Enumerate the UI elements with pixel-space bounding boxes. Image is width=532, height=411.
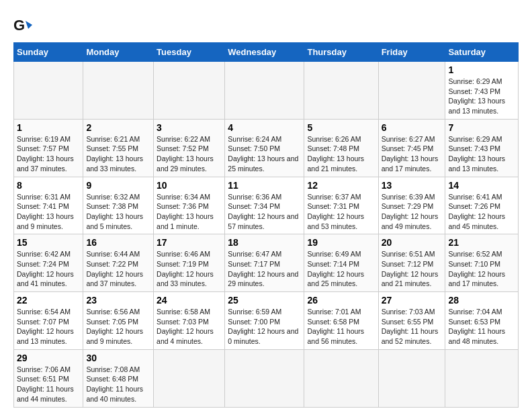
day-info: Sunrise: 6:27 AMSunset: 7:45 PMDaylight:… [382,134,443,174]
header-monday: Monday [83,43,154,62]
day-number: 28 [448,295,515,306]
calendar-cell: 1Sunrise: 6:19 AMSunset: 7:57 PMDaylight… [14,119,83,177]
day-info: Sunrise: 6:56 AMSunset: 7:05 PMDaylight:… [86,307,150,347]
calendar-cell: 27Sunrise: 7:03 AMSunset: 6:55 PMDayligh… [378,292,445,350]
calendar-cell: 17Sunrise: 6:46 AMSunset: 7:19 PMDayligh… [154,234,225,292]
day-info: Sunrise: 6:39 AMSunset: 7:29 PMDaylight:… [382,192,443,232]
calendar-cell: 1Sunrise: 6:29 AMSunset: 7:43 PMDaylight… [445,62,519,120]
day-number: 13 [382,180,443,191]
calendar-cell [83,62,154,120]
day-number: 7 [448,122,515,133]
header: G [13,13,519,36]
calendar-cell: 5Sunrise: 6:26 AMSunset: 7:48 PMDaylight… [304,119,378,177]
day-info: Sunrise: 6:29 AMSunset: 7:43 PMDaylight:… [448,134,515,174]
day-info: Sunrise: 7:06 AMSunset: 6:51 PMDaylight:… [17,365,80,404]
day-info: Sunrise: 7:01 AMSunset: 6:58 PMDaylight:… [307,307,375,347]
calendar-week-0: 1Sunrise: 6:29 AMSunset: 7:43 PMDaylight… [14,62,519,120]
header-tuesday: Tuesday [154,43,225,62]
calendar-table: SundayMondayTuesdayWednesdayThursdayFrid… [13,42,519,408]
day-number: 10 [157,180,222,191]
day-info: Sunrise: 6:37 AMSunset: 7:31 PMDaylight:… [307,192,375,232]
calendar-cell: 24Sunrise: 6:58 AMSunset: 7:03 PMDayligh… [154,292,225,350]
day-number: 16 [86,237,150,248]
day-info: Sunrise: 6:29 AMSunset: 7:43 PMDaylight:… [448,77,515,116]
calendar-cell: 2Sunrise: 6:21 AMSunset: 7:55 PMDaylight… [83,119,154,177]
day-number: 26 [307,295,375,306]
day-number: 19 [307,237,375,248]
svg-text:G: G [13,17,25,34]
day-number: 8 [17,180,80,191]
day-number: 3 [157,122,222,133]
day-number: 15 [17,237,80,248]
calendar-cell [445,349,519,407]
calendar-cell: 6Sunrise: 6:27 AMSunset: 7:45 PMDaylight… [378,119,445,177]
day-info: Sunrise: 6:41 AMSunset: 7:26 PMDaylight:… [448,192,515,232]
calendar-cell [378,62,445,120]
day-info: Sunrise: 7:08 AMSunset: 6:48 PMDaylight:… [86,365,150,404]
calendar-week-5: 29Sunrise: 7:06 AMSunset: 6:51 PMDayligh… [14,349,519,407]
calendar-cell [225,62,304,120]
header-friday: Friday [378,43,445,62]
day-number: 29 [17,353,80,363]
calendar-cell: 30Sunrise: 7:08 AMSunset: 6:48 PMDayligh… [83,349,154,407]
day-number: 30 [86,353,150,363]
calendar-cell [304,349,378,407]
day-number: 6 [382,122,443,133]
day-number: 27 [382,295,443,306]
day-info: Sunrise: 6:32 AMSunset: 7:38 PMDaylight:… [86,192,150,232]
day-info: Sunrise: 6:31 AMSunset: 7:41 PMDaylight:… [17,192,80,232]
day-info: Sunrise: 6:44 AMSunset: 7:22 PMDaylight:… [86,249,150,289]
svg-marker-1 [26,21,32,29]
day-number: 5 [307,122,375,133]
day-number: 20 [382,237,443,248]
day-info: Sunrise: 6:26 AMSunset: 7:48 PMDaylight:… [307,134,375,174]
calendar-week-3: 15Sunrise: 6:42 AMSunset: 7:24 PMDayligh… [14,234,519,292]
logo: G [13,17,35,36]
calendar-cell: 25Sunrise: 6:59 AMSunset: 7:00 PMDayligh… [225,292,304,350]
day-info: Sunrise: 6:42 AMSunset: 7:24 PMDaylight:… [17,249,80,289]
calendar-cell [154,62,225,120]
header-sunday: Sunday [14,43,83,62]
calendar-cell: 16Sunrise: 6:44 AMSunset: 7:22 PMDayligh… [83,234,154,292]
calendar-cell: 29Sunrise: 7:06 AMSunset: 6:51 PMDayligh… [14,349,83,407]
day-info: Sunrise: 6:46 AMSunset: 7:19 PMDaylight:… [157,249,222,289]
calendar-cell: 4Sunrise: 6:24 AMSunset: 7:50 PMDaylight… [225,119,304,177]
day-info: Sunrise: 6:19 AMSunset: 7:57 PMDaylight:… [17,134,80,174]
day-info: Sunrise: 6:21 AMSunset: 7:55 PMDaylight:… [86,134,150,174]
day-info: Sunrise: 6:47 AMSunset: 7:17 PMDaylight:… [228,249,301,289]
calendar-cell: 12Sunrise: 6:37 AMSunset: 7:31 PMDayligh… [304,177,378,234]
day-number: 4 [228,122,301,133]
calendar-cell: 18Sunrise: 6:47 AMSunset: 7:17 PMDayligh… [225,234,304,292]
calendar-cell [14,62,83,120]
calendar-cell: 22Sunrise: 6:54 AMSunset: 7:07 PMDayligh… [14,292,83,350]
calendar-cell [304,62,378,120]
day-number: 22 [17,295,80,306]
calendar-cell: 26Sunrise: 7:01 AMSunset: 6:58 PMDayligh… [304,292,378,350]
header-thursday: Thursday [304,43,378,62]
day-number: 2 [86,122,150,133]
day-info: Sunrise: 6:49 AMSunset: 7:14 PMDaylight:… [307,249,375,289]
header-row: SundayMondayTuesdayWednesdayThursdayFrid… [14,43,519,62]
calendar-cell: 20Sunrise: 6:51 AMSunset: 7:12 PMDayligh… [378,234,445,292]
day-info: Sunrise: 7:04 AMSunset: 6:53 PMDaylight:… [448,307,515,347]
day-info: Sunrise: 6:54 AMSunset: 7:07 PMDaylight:… [17,307,80,347]
calendar-cell: 14Sunrise: 6:41 AMSunset: 7:26 PMDayligh… [445,177,519,234]
day-info: Sunrise: 6:52 AMSunset: 7:10 PMDaylight:… [448,249,515,289]
day-info: Sunrise: 7:03 AMSunset: 6:55 PMDaylight:… [382,307,443,347]
day-number: 24 [157,295,222,306]
day-number: 11 [228,180,301,191]
calendar-cell: 23Sunrise: 6:56 AMSunset: 7:05 PMDayligh… [83,292,154,350]
header-wednesday: Wednesday [225,43,304,62]
day-info: Sunrise: 6:58 AMSunset: 7:03 PMDaylight:… [157,307,222,347]
calendar-cell [225,349,304,407]
day-number: 23 [86,295,150,306]
day-number: 25 [228,295,301,306]
calendar-cell: 8Sunrise: 6:31 AMSunset: 7:41 PMDaylight… [14,177,83,234]
day-number: 9 [86,180,150,191]
day-info: Sunrise: 6:34 AMSunset: 7:36 PMDaylight:… [157,192,222,232]
calendar-cell: 28Sunrise: 7:04 AMSunset: 6:53 PMDayligh… [445,292,519,350]
day-number: 1 [17,122,80,133]
logo-icon: G [13,17,32,36]
day-info: Sunrise: 6:51 AMSunset: 7:12 PMDaylight:… [382,249,443,289]
calendar-cell: 15Sunrise: 6:42 AMSunset: 7:24 PMDayligh… [14,234,83,292]
